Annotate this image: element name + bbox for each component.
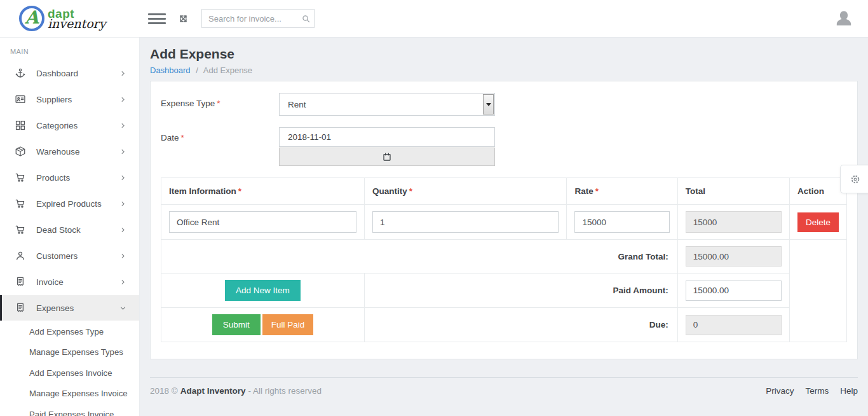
sidebar-section-label: MAIN	[10, 48, 139, 55]
submenu-item-manage-expenses-types[interactable]: Manage Expenses Types	[0, 342, 139, 363]
submit-button[interactable]: Submit	[212, 314, 261, 335]
cart-icon	[15, 172, 26, 183]
chevron-right-icon	[119, 122, 126, 129]
footer: 2018 © Adapt Inventory - All rights rese…	[150, 377, 858, 396]
sidebar-item-label: Invoice	[36, 277, 64, 287]
add-new-item-button[interactable]: Add New Item	[225, 280, 301, 301]
expense-type-label: Expense Type	[161, 99, 215, 108]
paid-amount-input[interactable]	[686, 281, 782, 301]
sidebar-item-customers[interactable]: Customers	[0, 243, 139, 268]
paid-amount-row: Add New Item Paid Amount:	[161, 274, 847, 308]
breadcrumb-separator: /	[196, 66, 198, 75]
anchor-icon	[15, 67, 26, 79]
sidebar-item-label: Dashboard	[36, 69, 78, 78]
sidebar-item-suppliers[interactable]: Suppliers	[0, 87, 139, 112]
footer-copyright-prefix: 2018 ©	[150, 386, 178, 396]
fullscreen-icon[interactable]	[177, 12, 190, 25]
grand-total-input	[686, 246, 782, 267]
chevron-right-icon	[119, 148, 126, 155]
search-input[interactable]	[202, 14, 297, 24]
chevron-right-icon	[119, 279, 126, 286]
page-title: Add Expense	[150, 46, 858, 62]
submenu-item-add-expenses-invoice[interactable]: Add Expenses Invoice	[0, 363, 139, 384]
sidebar-item-products[interactable]: Products	[0, 165, 139, 190]
required-mark: *	[217, 99, 220, 108]
expense-type-select[interactable]: Rent	[279, 93, 495, 116]
breadcrumb-current: Add Expense	[203, 66, 252, 75]
gear-icon	[850, 174, 861, 185]
expense-type-value: Rent	[288, 100, 306, 109]
logo-circle-icon: A	[19, 6, 44, 31]
table-row: Delete	[161, 205, 847, 240]
id-card-icon	[15, 94, 26, 105]
sidebar-item-label: Dead Stock	[36, 225, 81, 235]
sidebar-item-expired-products[interactable]: Expired Products	[0, 191, 139, 216]
submenu-item-paid-expenses-invoice[interactable]: Paid Expenses Invoice	[0, 404, 139, 416]
select-dropdown-arrow-icon[interactable]	[483, 94, 494, 114]
submenu-item-manage-expenses-invoice[interactable]: Manage Expenses Invoice	[0, 384, 139, 405]
rate-input[interactable]	[574, 211, 669, 233]
sidebar-item-invoice[interactable]: Invoice	[0, 269, 139, 295]
user-icon	[15, 250, 26, 261]
footer-link-privacy[interactable]: Privacy	[766, 386, 794, 396]
quantity-input[interactable]	[372, 211, 559, 233]
chevron-right-icon	[119, 174, 126, 181]
chevron-right-icon	[119, 226, 126, 233]
required-mark: *	[595, 186, 599, 196]
col-quantity: Quantity	[372, 186, 407, 196]
receipt-icon	[15, 276, 26, 288]
user-avatar-icon[interactable]	[833, 8, 855, 29]
grid-icon	[15, 120, 26, 131]
main-content: Add Expense Dashboard / Add Expense Expe…	[140, 38, 868, 416]
calendar-icon	[382, 152, 392, 162]
sidebar-item-label: Expenses	[36, 303, 74, 313]
table-header-row: Item Information* Quantity* Rate* Total …	[161, 178, 847, 205]
sidebar-item-warehouse[interactable]: Warehouse	[0, 139, 139, 164]
due-input	[686, 315, 782, 335]
breadcrumb: Dashboard / Add Expense	[150, 66, 858, 75]
col-action: Action	[797, 186, 824, 196]
delete-button[interactable]: Delete	[797, 212, 839, 232]
search-icon[interactable]	[297, 14, 314, 24]
date-picker-button[interactable]	[279, 148, 495, 166]
logo-letter: A	[25, 9, 39, 27]
footer-copyright-suffix: - All rights reserved	[248, 386, 322, 396]
sidebar-item-label: Customers	[36, 251, 78, 261]
chevron-right-icon	[119, 70, 126, 77]
logo-name-part2: inventory	[48, 18, 105, 30]
col-item-information: Item Information	[169, 186, 236, 196]
footer-link-help[interactable]: Help	[840, 386, 858, 396]
submenu-item-add-expenses-type[interactable]: Add Expenses Type	[0, 321, 139, 342]
grand-total-label: Grand Total:	[161, 240, 678, 274]
package-icon	[15, 146, 26, 157]
settings-toggle-panel[interactable]	[840, 165, 868, 193]
sidebar-item-label: Warehouse	[36, 147, 80, 156]
sidebar-item-label: Suppliers	[36, 95, 72, 104]
sidebar-item-dashboard[interactable]: Dashboard	[0, 60, 139, 86]
required-mark: *	[238, 186, 241, 196]
row-total-input	[686, 211, 782, 233]
due-label: Due:	[364, 308, 677, 342]
paid-amount-label: Paid Amount:	[364, 274, 677, 308]
date-input[interactable]	[279, 127, 495, 147]
full-paid-button[interactable]: Full Paid	[262, 314, 314, 335]
app-logo[interactable]: A dapt inventory	[0, 6, 140, 31]
menu-toggle-icon[interactable]	[148, 11, 166, 25]
required-mark: *	[409, 186, 412, 196]
required-mark: *	[181, 133, 184, 142]
breadcrumb-dashboard-link[interactable]: Dashboard	[150, 66, 191, 75]
footer-brand: Adapt Inventory	[180, 386, 246, 396]
footer-link-terms[interactable]: Terms	[805, 386, 829, 396]
sidebar-item-label: Expired Products	[36, 199, 102, 209]
due-row: Submit Full Paid Due:	[161, 308, 847, 342]
chevron-right-icon	[119, 96, 126, 103]
sidebar-item-dead-stock[interactable]: Dead Stock	[0, 217, 139, 242]
expenses-submenu: Add Expenses Type Manage Expenses Types …	[0, 321, 139, 416]
item-information-input[interactable]	[169, 211, 356, 233]
add-expense-panel: Expense Type* Rent Date*	[150, 81, 858, 359]
cart-icon	[15, 224, 26, 235]
grand-total-row: Grand Total:	[161, 240, 847, 274]
sidebar-item-categories[interactable]: Categories	[0, 113, 139, 138]
sidebar-item-expenses[interactable]: Expenses	[0, 295, 139, 321]
sidebar: MAIN Dashboard Suppliers	[0, 38, 140, 416]
